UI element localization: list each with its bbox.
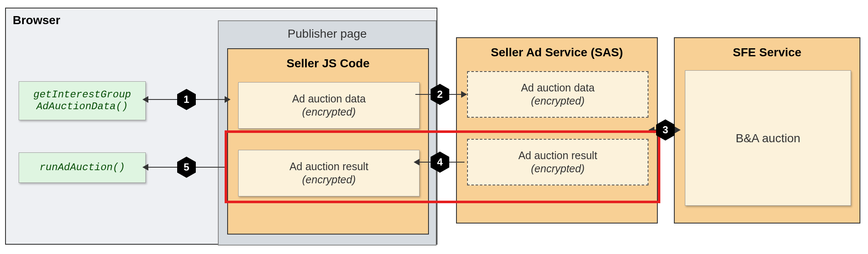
step-2-num: 2 bbox=[437, 88, 442, 100]
sas-auction-result: Ad auction result (encrypted) bbox=[467, 139, 648, 185]
sas-box1-l2: (encrypted) bbox=[531, 94, 584, 108]
sfe-title: SFE Service bbox=[675, 38, 860, 59]
api-runadauction: runAdAuction() bbox=[19, 152, 146, 183]
seller-title: Seller JS Code bbox=[228, 49, 428, 70]
sas-panel: Seller Ad Service (SAS) Ad auction data … bbox=[456, 37, 658, 224]
sfe-inner: B&A auction bbox=[685, 70, 851, 206]
seller-box1-l2: (encrypted) bbox=[302, 105, 356, 119]
sas-auction-data: Ad auction data (encrypted) bbox=[467, 71, 648, 118]
step-5-num: 5 bbox=[184, 161, 189, 173]
api1-line2: AdAuctionData() bbox=[36, 101, 128, 112]
api1-line1: getInterestGroup bbox=[33, 89, 131, 100]
publisher-container: Publisher page Seller JS Code Ad auction… bbox=[218, 20, 437, 246]
sas-box1-l1: Ad auction data bbox=[521, 81, 595, 94]
seller-auction-data: Ad auction data (encrypted) bbox=[238, 82, 420, 129]
seller-box1-l1: Ad auction data bbox=[292, 92, 366, 105]
sas-title: Seller Ad Service (SAS) bbox=[457, 38, 657, 59]
step-4-num: 4 bbox=[437, 156, 442, 168]
arrow-1-right bbox=[225, 96, 231, 103]
step-1-num: 1 bbox=[184, 94, 189, 105]
sfe-inner-text: B&A auction bbox=[736, 131, 801, 146]
seller-box2-l1: Ad auction result bbox=[289, 160, 368, 173]
arrow-5-left bbox=[142, 164, 148, 171]
arrow-1-left bbox=[142, 96, 148, 103]
arrow-2-right bbox=[461, 91, 467, 98]
seller-box2-l2: (encrypted) bbox=[302, 173, 356, 186]
seller-auction-result: Ad auction result (encrypted) bbox=[238, 150, 420, 196]
arrow-4-left bbox=[414, 159, 420, 166]
step-3: 3 bbox=[656, 119, 675, 141]
step-3-num: 3 bbox=[662, 124, 668, 136]
seller-js-panel: Seller JS Code Ad auction data (encrypte… bbox=[227, 48, 429, 235]
browser-label: Browser bbox=[13, 14, 60, 27]
browser-container: Browser getInterestGroup AdAuctionData()… bbox=[5, 8, 437, 245]
arrow-3-left bbox=[648, 127, 654, 133]
sas-box2-l1: Ad auction result bbox=[518, 149, 597, 162]
sfe-panel: SFE Service B&A auction bbox=[674, 37, 860, 224]
sas-box2-l2: (encrypted) bbox=[531, 162, 584, 175]
api-getinterestgroup: getInterestGroup AdAuctionData() bbox=[19, 81, 146, 120]
publisher-label: Publisher page bbox=[219, 27, 436, 41]
arrow-3-right bbox=[675, 127, 681, 133]
api2-text: runAdAuction() bbox=[39, 162, 125, 174]
